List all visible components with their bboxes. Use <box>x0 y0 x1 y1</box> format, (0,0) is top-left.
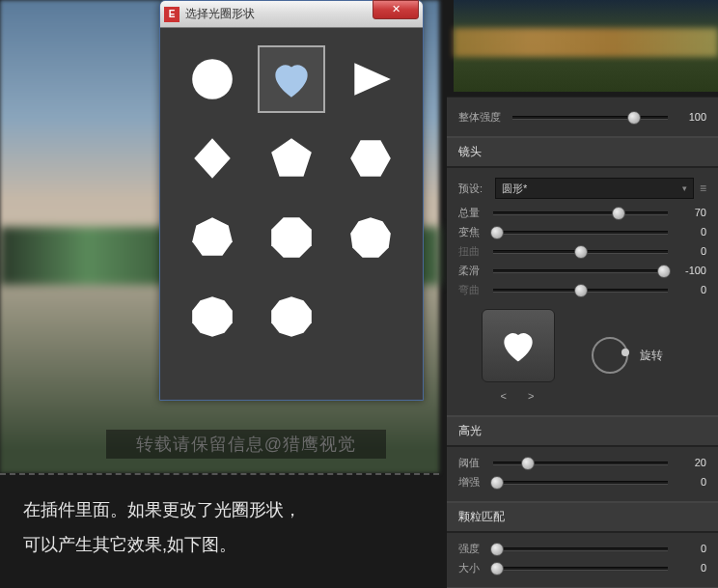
扭曲-slider[interactable] <box>493 242 668 260</box>
aperture-shape-dialog: E 选择光圈形状 ✕ <box>159 0 424 401</box>
preset-dropdown[interactable]: 圆形* <box>495 178 694 199</box>
slider-label: 阈值 <box>458 456 489 470</box>
slider-value: 0 <box>672 226 706 238</box>
slider-label: 柔滑 <box>458 264 489 278</box>
slider-value: 0 <box>672 284 706 295</box>
app-icon: E <box>164 7 180 22</box>
slider-label: 弯曲 <box>458 283 489 297</box>
shape-option-heart[interactable] <box>258 45 325 113</box>
rotation-label: 旋转 <box>640 348 663 364</box>
slider-label: 变焦 <box>458 225 489 239</box>
slider-value: 0 <box>672 543 706 554</box>
settings-panel: 整体强度 100 镜头 预设: 圆形* ≡ 总量70变焦0扭曲0柔滑-100弯曲… <box>447 97 718 588</box>
shape-option-nonagon[interactable] <box>337 204 404 271</box>
watermark-text: 转载请保留信息@猎鹰视觉 <box>106 430 386 459</box>
aperture-shape-button[interactable] <box>482 309 555 382</box>
slider-label: 总量 <box>458 206 489 220</box>
caption-line: 在插件里面。如果更改了光圈形状， <box>23 492 416 527</box>
slider-value: 0 <box>672 562 706 574</box>
rotation-dial[interactable] <box>592 337 628 374</box>
阈值-slider[interactable] <box>493 454 668 471</box>
slider-value: 0 <box>672 245 706 257</box>
增强-slider[interactable] <box>493 473 668 490</box>
slider-value: 0 <box>672 476 706 488</box>
dialog-title: 选择光圈形状 <box>185 6 373 22</box>
柔滑-slider[interactable] <box>493 262 668 279</box>
shape-prev-button[interactable]: < <box>501 390 507 402</box>
slider-value: 20 <box>672 457 706 468</box>
dialog-titlebar[interactable]: E 选择光圈形状 ✕ <box>160 1 423 28</box>
大小-slider[interactable] <box>493 559 668 576</box>
shape-option-heptagon[interactable] <box>179 204 246 271</box>
slider-value: -100 <box>672 265 706 276</box>
highlight-section-header[interactable]: 高光 <box>447 416 718 446</box>
master-strength-value: 100 <box>672 111 706 123</box>
shape-option-diamond[interactable] <box>179 125 246 192</box>
shape-next-button[interactable]: > <box>528 390 534 402</box>
master-strength-slider[interactable] <box>512 108 668 126</box>
强度-slider[interactable] <box>493 540 668 557</box>
变焦-slider[interactable] <box>493 223 668 240</box>
shape-option-decagon1[interactable] <box>179 283 246 350</box>
shape-option-triangle[interactable] <box>337 45 404 113</box>
preset-label: 预设: <box>458 182 489 196</box>
lens-section-header[interactable]: 镜头 <box>447 137 718 167</box>
slider-value: 70 <box>672 207 706 218</box>
close-button[interactable]: ✕ <box>373 0 419 19</box>
grain-section-header[interactable]: 颗粒匹配 <box>447 502 718 532</box>
slider-label: 大小 <box>458 561 489 575</box>
shape-option-circle[interactable] <box>179 45 246 113</box>
preset-menu-icon[interactable]: ≡ <box>700 182 706 195</box>
总量-slider[interactable] <box>493 204 668 221</box>
shape-option-pentagon[interactable] <box>258 125 325 192</box>
slider-label: 强度 <box>458 542 489 556</box>
caption-line: 可以产生其它效果,如下图。 <box>23 527 416 562</box>
slider-label: 增强 <box>458 475 489 490</box>
caption-area: 在插件里面。如果更改了光圈形状， 可以产生其它效果,如下图。 <box>0 473 439 588</box>
preview-image-thumb <box>454 0 718 92</box>
弯曲-slider[interactable] <box>493 281 668 298</box>
master-strength-label: 整体强度 <box>458 110 509 125</box>
slider-label: 扭曲 <box>458 244 489 259</box>
shape-option-octagon[interactable] <box>258 204 325 271</box>
shape-option-hexagon[interactable] <box>337 125 404 192</box>
svg-point-0 <box>192 59 233 99</box>
shape-option-decagon2[interactable] <box>258 283 325 350</box>
